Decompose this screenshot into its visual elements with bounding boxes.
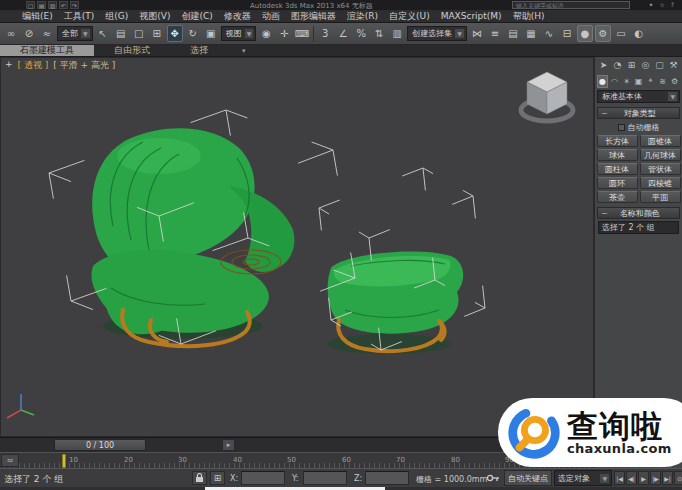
bind-to-space-warp-icon[interactable]: ≈ xyxy=(39,25,55,42)
viewcube[interactable] xyxy=(521,72,573,121)
menu-group[interactable]: 组(G) xyxy=(105,10,128,23)
render-setup-icon[interactable]: ⚙ xyxy=(595,25,611,42)
manage-layers-icon[interactable]: ▤ xyxy=(505,25,521,42)
display-tab-icon[interactable]: ▢ xyxy=(653,58,666,72)
viewport-menu-plus[interactable]: + xyxy=(5,59,13,72)
menu-animation[interactable]: 动画 xyxy=(262,10,280,23)
cameras-icon[interactable]: ▣ xyxy=(633,75,644,88)
select-and-manipulate-icon[interactable]: ✛ xyxy=(276,25,292,42)
viewport-view-name[interactable]: [ 透视 ] xyxy=(18,59,49,72)
y-coordinate-field[interactable] xyxy=(303,471,347,485)
pyramid-button[interactable]: 四棱锥 xyxy=(640,177,681,189)
name-color-rollout-header[interactable]: − 名称和颜色 xyxy=(597,207,680,219)
selection-filter-dropdown[interactable]: 全部▼ xyxy=(57,26,93,41)
collapse-icon[interactable]: − xyxy=(601,109,608,118)
rectangular-selection-region-icon[interactable]: □ xyxy=(131,25,147,42)
create-tab-icon[interactable]: ➤ xyxy=(597,58,610,72)
menu-customize[interactable]: 自定义(U) xyxy=(389,10,430,23)
undo-icon[interactable]: ↶ xyxy=(59,1,68,9)
open-file-icon[interactable]: ▤ xyxy=(37,1,46,9)
sphere-button[interactable]: 球体 xyxy=(597,149,638,161)
curve-editor-icon[interactable]: ∿ xyxy=(541,25,557,42)
unlink-selection-icon[interactable]: ⊘ xyxy=(21,25,37,42)
plane-button[interactable]: 平面 xyxy=(640,191,681,203)
menu-help[interactable]: 帮助(H) xyxy=(513,10,545,23)
redo-icon[interactable]: ↷ xyxy=(70,1,79,9)
viewport-shading-mode[interactable]: [ 平滑 + 高光 ] xyxy=(53,59,115,72)
play-button[interactable]: ▶ xyxy=(638,471,649,485)
motion-tab-icon[interactable]: ◎ xyxy=(639,58,652,72)
tab-graphite-modeling-tools[interactable]: 石墨建模工具 xyxy=(0,45,94,56)
menu-edit[interactable]: 编辑(E) xyxy=(22,10,53,23)
key-filter-dropdown[interactable]: 选定对象 ▼ xyxy=(554,470,612,486)
reference-coordinate-dropdown[interactable]: 视图▼ xyxy=(221,26,257,41)
systems-icon[interactable]: ⚙ xyxy=(669,75,680,88)
torus-button[interactable]: 圆环 xyxy=(597,177,638,189)
shapes-icon[interactable]: ◠ xyxy=(609,75,620,88)
selection-lock-icon[interactable] xyxy=(192,471,207,485)
named-selection-set-dropdown[interactable]: 创建选择集▼ xyxy=(407,26,467,41)
chevron-down-icon[interactable]: ▼ xyxy=(81,29,90,38)
next-frame-button[interactable]: |▶ xyxy=(650,471,661,485)
auto-key-button[interactable]: 自动关键点 xyxy=(504,470,552,486)
rendered-frame-window-icon[interactable]: ▭ xyxy=(613,25,629,42)
zoom-viewport-icon[interactable]: ⊙ xyxy=(674,471,682,485)
set-key-icon[interactable] xyxy=(485,471,500,485)
keyboard-override-icon[interactable]: ⌨ xyxy=(294,25,310,42)
mini-curve-editor-icon[interactable]: ≈ xyxy=(1,454,19,467)
ribbon-minimize-icon[interactable]: ▾ xyxy=(242,45,246,56)
select-by-name-icon[interactable]: ▤ xyxy=(113,25,129,42)
select-and-move-icon[interactable]: ✥ xyxy=(167,25,183,42)
new-file-icon[interactable]: ▢ xyxy=(26,1,35,9)
mirror-icon[interactable]: ⋈ xyxy=(469,25,485,42)
material-editor-icon[interactable]: ● xyxy=(577,25,593,42)
armchair-model[interactable] xyxy=(91,128,294,334)
autogrid-checkbox[interactable] xyxy=(618,124,625,131)
tab-freeform[interactable]: 自由形式 xyxy=(94,45,170,56)
teapot-button[interactable]: 茶壶 xyxy=(597,191,638,203)
chevron-down-icon[interactable]: ▼ xyxy=(668,92,677,101)
go-to-end-button[interactable]: ▶| xyxy=(662,471,673,485)
primitive-category-dropdown[interactable]: 标准基本体 ▼ xyxy=(597,90,680,103)
infocenter-buttons[interactable]: ✦ ☆ ? xyxy=(649,1,676,8)
use-pivot-center-icon[interactable]: ◉ xyxy=(258,25,274,42)
angle-snap-icon[interactable]: ∠ xyxy=(335,25,351,42)
select-and-link-icon[interactable]: ∞ xyxy=(3,25,19,42)
object-type-rollout-header[interactable]: − 对象类型 xyxy=(597,107,680,119)
chevron-down-icon[interactable]: ▼ xyxy=(245,29,254,38)
cone-button[interactable]: 圆锥体 xyxy=(640,135,681,147)
menu-create[interactable]: 创建(C) xyxy=(181,10,212,23)
geometry-icon[interactable]: ● xyxy=(597,75,608,88)
select-object-icon[interactable]: ↖ xyxy=(95,25,111,42)
absolute-mode-icon[interactable]: ⊞ xyxy=(210,471,225,485)
select-and-scale-icon[interactable]: ▣ xyxy=(203,25,219,42)
schematic-view-icon[interactable]: ⊟ xyxy=(559,25,575,42)
time-slider-handle[interactable]: 0 / 100 xyxy=(54,439,146,451)
x-coordinate-field[interactable] xyxy=(241,471,285,485)
menu-tools[interactable]: 工具(T) xyxy=(64,10,95,23)
select-and-rotate-icon[interactable]: ↻ xyxy=(185,25,201,42)
go-to-start-button[interactable]: |◀ xyxy=(614,471,625,485)
current-frame-marker[interactable] xyxy=(62,454,66,468)
collapse-icon[interactable]: − xyxy=(601,209,608,218)
z-coordinate-field[interactable] xyxy=(365,471,409,485)
render-production-icon[interactable]: ◐ xyxy=(631,25,647,42)
menu-graph-editors[interactable]: 图形编辑器 xyxy=(291,10,336,23)
menu-maxscript[interactable]: MAXScript(M) xyxy=(441,11,502,21)
menu-rendering[interactable]: 渲染(R) xyxy=(347,10,378,23)
percent-snap-icon[interactable]: % xyxy=(353,25,369,42)
tube-button[interactable]: 管状体 xyxy=(640,163,681,175)
utilities-tab-icon[interactable]: ⚒ xyxy=(667,58,680,72)
spinner-snap-icon[interactable]: ⇅ xyxy=(371,25,387,42)
chevron-down-icon[interactable]: ▼ xyxy=(455,29,464,38)
perspective-viewport[interactable]: + [ 透视 ] [ 平滑 + 高光 ] xyxy=(0,57,594,437)
save-file-icon[interactable]: ▥ xyxy=(48,1,57,9)
infocenter-search-input[interactable]: 输入关键字或短语 xyxy=(512,1,630,9)
menu-modifiers[interactable]: 修改器 xyxy=(224,10,251,23)
helpers-icon[interactable]: ⌖ xyxy=(645,75,656,88)
modify-tab-icon[interactable]: ◔ xyxy=(611,58,624,72)
menu-views[interactable]: 视图(V) xyxy=(139,10,170,23)
track-bar-splitter[interactable]: ▸ xyxy=(222,439,235,451)
ottoman-model[interactable] xyxy=(328,252,464,334)
tab-selection[interactable]: 选择 xyxy=(170,45,228,56)
